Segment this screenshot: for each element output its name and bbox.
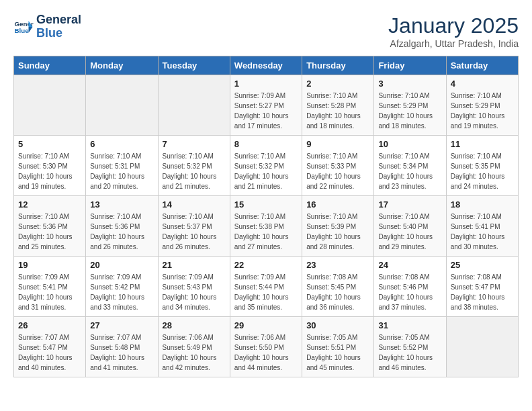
day-number: 3 [378,79,441,89]
table-row: 22Sunrise: 7:09 AM Sunset: 5:44 PM Dayli… [230,257,302,317]
table-row: 29Sunrise: 7:06 AM Sunset: 5:50 PM Dayli… [230,317,302,377]
table-row: 11Sunrise: 7:10 AM Sunset: 5:35 PM Dayli… [446,136,518,196]
day-info: Sunrise: 7:10 AM Sunset: 5:30 PM Dayligh… [18,151,81,191]
day-info: Sunrise: 7:05 AM Sunset: 5:52 PM Dayligh… [378,332,441,373]
logo-text-line1: General [36,13,81,27]
day-number: 13 [90,199,153,210]
day-info: Sunrise: 7:08 AM Sunset: 5:45 PM Dayligh… [306,272,369,312]
day-number: 11 [451,139,514,149]
table-row: 1Sunrise: 7:09 AM Sunset: 5:27 PM Daylig… [230,75,302,136]
table-row: 16Sunrise: 7:10 AM Sunset: 5:39 PM Dayli… [302,196,374,257]
col-thursday: Thursday [302,56,374,75]
day-info: Sunrise: 7:10 AM Sunset: 5:31 PM Dayligh… [90,151,153,191]
day-number: 12 [18,199,81,210]
day-number: 15 [234,199,298,210]
day-info: Sunrise: 7:10 AM Sunset: 5:41 PM Dayligh… [451,212,514,252]
table-row: 25Sunrise: 7:08 AM Sunset: 5:47 PM Dayli… [446,257,518,317]
day-info: Sunrise: 7:10 AM Sunset: 5:39 PM Dayligh… [306,212,369,252]
table-row: 8Sunrise: 7:10 AM Sunset: 5:32 PM Daylig… [230,136,302,196]
table-row: 30Sunrise: 7:05 AM Sunset: 5:51 PM Dayli… [302,317,374,377]
table-row: 2Sunrise: 7:10 AM Sunset: 5:28 PM Daylig… [302,75,374,136]
table-row: 4Sunrise: 7:10 AM Sunset: 5:29 PM Daylig… [446,75,518,136]
day-info: Sunrise: 7:09 AM Sunset: 5:41 PM Dayligh… [18,272,81,312]
day-info: Sunrise: 7:05 AM Sunset: 5:51 PM Dayligh… [306,332,369,373]
day-number: 7 [163,139,226,149]
table-row: 19Sunrise: 7:09 AM Sunset: 5:41 PM Dayli… [14,257,86,317]
day-info: Sunrise: 7:09 AM Sunset: 5:43 PM Dayligh… [163,272,226,312]
table-row: 27Sunrise: 7:07 AM Sunset: 5:48 PM Dayli… [86,317,158,377]
calendar-week-row: 5Sunrise: 7:10 AM Sunset: 5:30 PM Daylig… [14,136,519,196]
table-row [86,75,158,136]
col-monday: Monday [86,56,158,75]
day-number: 2 [306,79,369,89]
day-info: Sunrise: 7:10 AM Sunset: 5:33 PM Dayligh… [306,151,369,191]
table-row: 10Sunrise: 7:10 AM Sunset: 5:34 PM Dayli… [374,136,446,196]
table-row: 3Sunrise: 7:10 AM Sunset: 5:29 PM Daylig… [374,75,446,136]
calendar-week-row: 19Sunrise: 7:09 AM Sunset: 5:41 PM Dayli… [14,257,519,317]
day-number: 25 [451,260,514,270]
day-info: Sunrise: 7:10 AM Sunset: 5:32 PM Dayligh… [234,151,298,191]
day-number: 16 [306,199,369,210]
day-number: 27 [90,320,153,330]
day-number: 5 [18,139,81,149]
day-number: 17 [378,199,441,210]
day-info: Sunrise: 7:07 AM Sunset: 5:48 PM Dayligh… [90,332,153,373]
table-row [446,317,518,377]
day-number: 6 [90,139,153,149]
day-info: Sunrise: 7:10 AM Sunset: 5:29 PM Dayligh… [378,91,441,131]
day-info: Sunrise: 7:10 AM Sunset: 5:32 PM Dayligh… [163,151,226,191]
day-info: Sunrise: 7:10 AM Sunset: 5:28 PM Dayligh… [306,91,369,131]
table-row: 9Sunrise: 7:10 AM Sunset: 5:33 PM Daylig… [302,136,374,196]
day-number: 22 [234,260,298,270]
location-subtitle: Afzalgarh, Uttar Pradesh, India [388,38,519,49]
day-info: Sunrise: 7:06 AM Sunset: 5:50 PM Dayligh… [234,332,298,373]
title-block: January 2025 Afzalgarh, Uttar Pradesh, I… [388,13,519,49]
page-header: General Blue General Blue January 2025 A… [13,13,519,49]
col-tuesday: Tuesday [158,56,230,75]
day-info: Sunrise: 7:07 AM Sunset: 5:47 PM Dayligh… [18,332,81,373]
table-row: 26Sunrise: 7:07 AM Sunset: 5:47 PM Dayli… [14,317,86,377]
calendar-week-row: 26Sunrise: 7:07 AM Sunset: 5:47 PM Dayli… [14,317,519,377]
day-info: Sunrise: 7:10 AM Sunset: 5:38 PM Dayligh… [234,212,298,252]
table-row: 23Sunrise: 7:08 AM Sunset: 5:45 PM Dayli… [302,257,374,317]
table-row: 28Sunrise: 7:06 AM Sunset: 5:49 PM Dayli… [158,317,230,377]
table-row: 31Sunrise: 7:05 AM Sunset: 5:52 PM Dayli… [374,317,446,377]
day-number: 29 [234,320,298,330]
table-row: 6Sunrise: 7:10 AM Sunset: 5:31 PM Daylig… [86,136,158,196]
col-wednesday: Wednesday [230,56,302,75]
table-row: 7Sunrise: 7:10 AM Sunset: 5:32 PM Daylig… [158,136,230,196]
day-info: Sunrise: 7:09 AM Sunset: 5:42 PM Dayligh… [90,272,153,312]
day-number: 9 [306,139,369,149]
day-info: Sunrise: 7:10 AM Sunset: 5:36 PM Dayligh… [90,212,153,252]
day-number: 26 [18,320,81,330]
table-row [158,75,230,136]
table-row: 15Sunrise: 7:10 AM Sunset: 5:38 PM Dayli… [230,196,302,257]
day-number: 8 [234,139,298,149]
table-row: 18Sunrise: 7:10 AM Sunset: 5:41 PM Dayli… [446,196,518,257]
day-info: Sunrise: 7:10 AM Sunset: 5:35 PM Dayligh… [451,151,514,191]
calendar-week-row: 12Sunrise: 7:10 AM Sunset: 5:36 PM Dayli… [14,196,519,257]
table-row: 21Sunrise: 7:09 AM Sunset: 5:43 PM Dayli… [158,257,230,317]
day-number: 14 [163,199,226,210]
day-info: Sunrise: 7:10 AM Sunset: 5:34 PM Dayligh… [378,151,441,191]
day-number: 10 [378,139,441,149]
day-info: Sunrise: 7:10 AM Sunset: 5:36 PM Dayligh… [18,212,81,252]
svg-text:Blue: Blue [15,27,30,34]
col-sunday: Sunday [14,56,86,75]
day-info: Sunrise: 7:09 AM Sunset: 5:27 PM Dayligh… [234,91,298,131]
table-row: 12Sunrise: 7:10 AM Sunset: 5:36 PM Dayli… [14,196,86,257]
table-row: 5Sunrise: 7:10 AM Sunset: 5:30 PM Daylig… [14,136,86,196]
table-row: 13Sunrise: 7:10 AM Sunset: 5:36 PM Dayli… [86,196,158,257]
day-number: 24 [378,260,441,270]
table-row: 20Sunrise: 7:09 AM Sunset: 5:42 PM Dayli… [86,257,158,317]
table-row: 24Sunrise: 7:08 AM Sunset: 5:46 PM Dayli… [374,257,446,317]
day-info: Sunrise: 7:08 AM Sunset: 5:47 PM Dayligh… [451,272,514,312]
calendar-table: Sunday Monday Tuesday Wednesday Thursday… [13,56,519,377]
day-number: 30 [306,320,369,330]
day-number: 21 [163,260,226,270]
day-info: Sunrise: 7:09 AM Sunset: 5:44 PM Dayligh… [234,272,298,312]
day-info: Sunrise: 7:10 AM Sunset: 5:40 PM Dayligh… [378,212,441,252]
day-number: 4 [451,79,514,89]
table-row: 17Sunrise: 7:10 AM Sunset: 5:40 PM Dayli… [374,196,446,257]
day-info: Sunrise: 7:10 AM Sunset: 5:29 PM Dayligh… [451,91,514,131]
